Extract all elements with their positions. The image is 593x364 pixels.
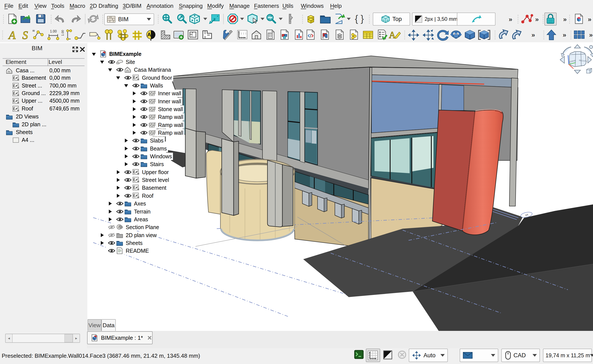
svg-text:1.00: 1.00 — [61, 30, 64, 36]
svg-text:S: S — [22, 29, 28, 41]
svg-text:{ }: { } — [355, 13, 364, 24]
svg-text:1.00: 1.00 — [50, 29, 57, 33]
svg-text:A: A — [147, 32, 151, 38]
svg-text:A: A — [8, 29, 16, 41]
svg-text:2: 2 — [191, 33, 193, 37]
